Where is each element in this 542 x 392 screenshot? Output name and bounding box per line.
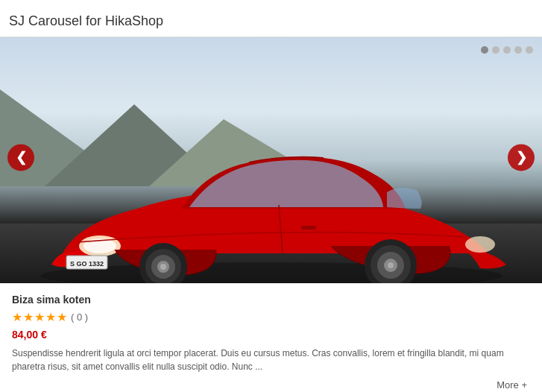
product-description: Suspendisse hendrerit ligula at orci tem… — [12, 347, 530, 373]
svg-point-14 — [388, 262, 394, 268]
dot-2[interactable] — [492, 46, 500, 54]
widget-container: SJ Carousel for HikaShop — [0, 0, 542, 392]
next-arrow-button[interactable]: ❯ — [508, 144, 535, 171]
dot-4[interactable] — [514, 46, 522, 54]
product-info-panel: Biza sima koten ★★★★★ ( 0 ) 84,00 € Susp… — [0, 283, 542, 392]
carousel-wrapper: S GO 1332 ❮ ❯ — [0, 37, 542, 392]
widget-title: SJ Carousel for HikaShop — [0, 7, 542, 37]
stars-row: ★★★★★ ( 0 ) — [12, 310, 530, 324]
svg-rect-17 — [301, 226, 316, 230]
nav-dots — [481, 46, 533, 54]
more-link[interactable]: More + — [12, 379, 530, 391]
star-rating: ★★★★★ — [12, 310, 68, 324]
product-title: Biza sima koten — [12, 294, 530, 306]
prev-arrow-button[interactable]: ❮ — [7, 144, 34, 171]
product-price: 84,00 € — [12, 329, 530, 341]
carousel-image-area: S GO 1332 ❮ ❯ — [0, 37, 542, 283]
dot-1[interactable] — [481, 46, 488, 54]
review-count: ( 0 ) — [71, 312, 88, 323]
svg-point-4 — [465, 236, 495, 253]
car-image: S GO 1332 — [18, 104, 525, 283]
svg-point-9 — [160, 264, 166, 270]
dot-3[interactable] — [503, 46, 511, 54]
svg-text:S GO 1332: S GO 1332 — [70, 260, 104, 268]
dot-5[interactable] — [526, 46, 533, 54]
